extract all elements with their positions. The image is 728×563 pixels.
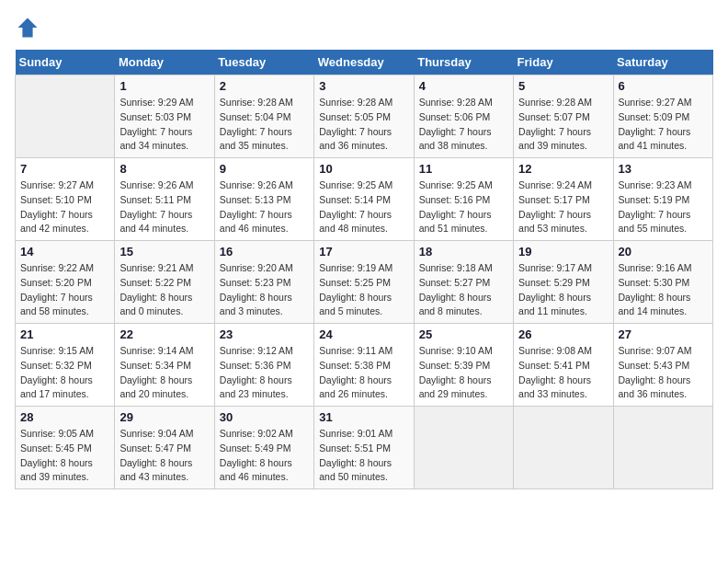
day-cell: [514, 407, 613, 489]
day-cell: 27Sunrise: 9:07 AMSunset: 5:43 PMDayligh…: [613, 324, 712, 407]
day-number: 1: [119, 79, 209, 93]
day-number: 8: [119, 162, 209, 176]
day-number: 11: [419, 162, 508, 176]
day-cell: 16Sunrise: 9:20 AMSunset: 5:23 PMDayligh…: [214, 241, 313, 324]
day-cell: 21Sunrise: 9:15 AMSunset: 5:32 PMDayligh…: [16, 324, 115, 407]
day-cell: 30Sunrise: 9:02 AMSunset: 5:49 PMDayligh…: [214, 407, 313, 489]
day-info: Sunrise: 9:11 AMSunset: 5:38 PMDaylight:…: [319, 344, 408, 402]
day-number: 19: [518, 245, 608, 259]
day-info: Sunrise: 9:04 AMSunset: 5:47 PMDaylight:…: [119, 427, 209, 485]
day-cell: [16, 75, 115, 158]
day-cell: 6Sunrise: 9:27 AMSunset: 5:09 PMDaylight…: [613, 75, 712, 158]
day-number: 31: [319, 410, 408, 424]
day-number: 9: [220, 162, 309, 176]
day-cell: 24Sunrise: 9:11 AMSunset: 5:38 PMDayligh…: [314, 324, 414, 407]
day-info: Sunrise: 9:28 AMSunset: 5:04 PMDaylight:…: [220, 96, 309, 154]
week-row-4: 21Sunrise: 9:15 AMSunset: 5:32 PMDayligh…: [16, 324, 713, 407]
day-info: Sunrise: 9:07 AMSunset: 5:43 PMDaylight:…: [619, 344, 708, 402]
week-row-2: 7Sunrise: 9:27 AMSunset: 5:10 PMDaylight…: [16, 158, 713, 241]
day-number: 4: [419, 79, 508, 93]
day-info: Sunrise: 9:17 AMSunset: 5:29 PMDaylight:…: [518, 261, 608, 319]
day-info: Sunrise: 9:15 AMSunset: 5:32 PMDaylight:…: [20, 344, 109, 402]
day-info: Sunrise: 9:23 AMSunset: 5:19 PMDaylight:…: [619, 178, 708, 236]
day-cell: 3Sunrise: 9:28 AMSunset: 5:05 PMDaylight…: [314, 75, 414, 158]
day-info: Sunrise: 9:24 AMSunset: 5:17 PMDaylight:…: [518, 178, 608, 236]
day-number: 3: [319, 79, 408, 93]
day-number: 2: [220, 79, 309, 93]
day-number: 29: [119, 410, 209, 424]
day-info: Sunrise: 9:26 AMSunset: 5:13 PMDaylight:…: [220, 178, 309, 236]
day-cell: 8Sunrise: 9:26 AMSunset: 5:11 PMDaylight…: [115, 158, 214, 241]
logo: [15, 15, 44, 40]
day-cell: 10Sunrise: 9:25 AMSunset: 5:14 PMDayligh…: [314, 158, 414, 241]
day-info: Sunrise: 9:21 AMSunset: 5:22 PMDaylight:…: [119, 261, 209, 319]
day-number: 12: [518, 162, 608, 176]
day-cell: 28Sunrise: 9:05 AMSunset: 5:45 PMDayligh…: [16, 407, 115, 489]
header: [15, 15, 713, 40]
day-info: Sunrise: 9:10 AMSunset: 5:39 PMDaylight:…: [419, 344, 508, 402]
day-info: Sunrise: 9:28 AMSunset: 5:07 PMDaylight:…: [518, 96, 608, 154]
day-info: Sunrise: 9:27 AMSunset: 5:09 PMDaylight:…: [619, 96, 708, 154]
day-cell: 12Sunrise: 9:24 AMSunset: 5:17 PMDayligh…: [514, 158, 613, 241]
day-cell: 23Sunrise: 9:12 AMSunset: 5:36 PMDayligh…: [214, 324, 313, 407]
day-cell: [613, 407, 712, 489]
day-info: Sunrise: 9:25 AMSunset: 5:14 PMDaylight:…: [319, 178, 408, 236]
day-info: Sunrise: 9:14 AMSunset: 5:34 PMDaylight:…: [119, 344, 209, 402]
day-cell: 20Sunrise: 9:16 AMSunset: 5:30 PMDayligh…: [613, 241, 712, 324]
logo-icon: [15, 15, 40, 40]
day-number: 15: [119, 245, 209, 259]
day-info: Sunrise: 9:20 AMSunset: 5:23 PMDaylight:…: [220, 261, 309, 319]
day-number: 18: [419, 245, 508, 259]
day-number: 6: [619, 79, 708, 93]
day-info: Sunrise: 9:19 AMSunset: 5:25 PMDaylight:…: [319, 261, 408, 319]
day-cell: 26Sunrise: 9:08 AMSunset: 5:41 PMDayligh…: [514, 324, 613, 407]
day-number: 22: [119, 327, 209, 341]
week-row-5: 28Sunrise: 9:05 AMSunset: 5:45 PMDayligh…: [16, 407, 713, 489]
header-saturday: Saturday: [613, 50, 712, 75]
day-number: 25: [419, 327, 508, 341]
day-number: 24: [319, 327, 408, 341]
day-number: 5: [518, 79, 608, 93]
day-cell: 19Sunrise: 9:17 AMSunset: 5:29 PMDayligh…: [514, 241, 613, 324]
day-cell: 11Sunrise: 9:25 AMSunset: 5:16 PMDayligh…: [414, 158, 513, 241]
day-info: Sunrise: 9:26 AMSunset: 5:11 PMDaylight:…: [119, 178, 209, 236]
day-number: 17: [319, 245, 408, 259]
day-cell: 29Sunrise: 9:04 AMSunset: 5:47 PMDayligh…: [115, 407, 214, 489]
header-tuesday: Tuesday: [214, 50, 313, 75]
day-cell: 4Sunrise: 9:28 AMSunset: 5:06 PMDaylight…: [414, 75, 513, 158]
svg-marker-0: [18, 18, 38, 38]
day-cell: 18Sunrise: 9:18 AMSunset: 5:27 PMDayligh…: [414, 241, 513, 324]
day-number: 27: [619, 327, 708, 341]
day-cell: 25Sunrise: 9:10 AMSunset: 5:39 PMDayligh…: [414, 324, 513, 407]
day-number: 20: [619, 245, 708, 259]
day-number: 30: [220, 410, 309, 424]
day-cell: 9Sunrise: 9:26 AMSunset: 5:13 PMDaylight…: [214, 158, 313, 241]
week-row-3: 14Sunrise: 9:22 AMSunset: 5:20 PMDayligh…: [16, 241, 713, 324]
day-cell: [414, 407, 513, 489]
day-info: Sunrise: 9:12 AMSunset: 5:36 PMDaylight:…: [220, 344, 309, 402]
day-info: Sunrise: 9:28 AMSunset: 5:06 PMDaylight:…: [419, 96, 508, 154]
day-number: 10: [319, 162, 408, 176]
day-info: Sunrise: 9:22 AMSunset: 5:20 PMDaylight:…: [20, 261, 109, 319]
day-number: 14: [20, 245, 109, 259]
day-number: 13: [619, 162, 708, 176]
day-info: Sunrise: 9:16 AMSunset: 5:30 PMDaylight:…: [619, 261, 708, 319]
header-monday: Monday: [115, 50, 214, 75]
header-sunday: Sunday: [16, 50, 115, 75]
day-info: Sunrise: 9:28 AMSunset: 5:05 PMDaylight:…: [319, 96, 408, 154]
day-info: Sunrise: 9:05 AMSunset: 5:45 PMDaylight:…: [20, 427, 109, 485]
calendar-table: SundayMondayTuesdayWednesdayThursdayFrid…: [15, 50, 713, 489]
day-cell: 7Sunrise: 9:27 AMSunset: 5:10 PMDaylight…: [16, 158, 115, 241]
day-cell: 13Sunrise: 9:23 AMSunset: 5:19 PMDayligh…: [613, 158, 712, 241]
day-cell: 22Sunrise: 9:14 AMSunset: 5:34 PMDayligh…: [115, 324, 214, 407]
calendar-header-row: SundayMondayTuesdayWednesdayThursdayFrid…: [16, 50, 713, 75]
day-number: 21: [20, 327, 109, 341]
day-info: Sunrise: 9:25 AMSunset: 5:16 PMDaylight:…: [419, 178, 508, 236]
day-number: 23: [220, 327, 309, 341]
day-info: Sunrise: 9:29 AMSunset: 5:03 PMDaylight:…: [119, 96, 209, 154]
day-number: 28: [20, 410, 109, 424]
day-info: Sunrise: 9:08 AMSunset: 5:41 PMDaylight:…: [518, 344, 608, 402]
week-row-1: 1Sunrise: 9:29 AMSunset: 5:03 PMDaylight…: [16, 75, 713, 158]
day-info: Sunrise: 9:02 AMSunset: 5:49 PMDaylight:…: [220, 427, 309, 485]
day-info: Sunrise: 9:27 AMSunset: 5:10 PMDaylight:…: [20, 178, 109, 236]
